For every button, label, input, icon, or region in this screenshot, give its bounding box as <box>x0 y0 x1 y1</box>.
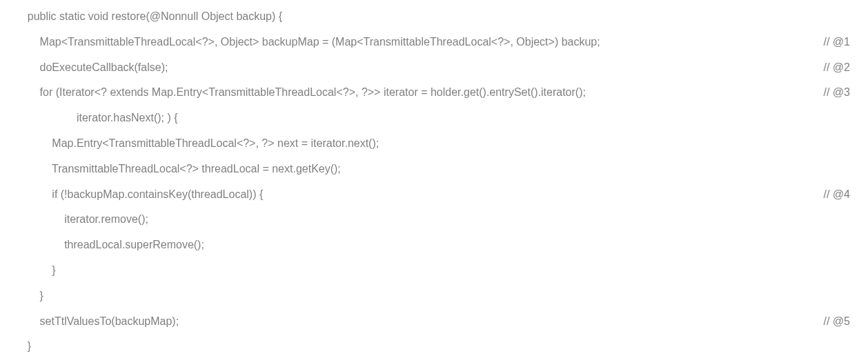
code-text: for (Iterator<? extends Map.Entry<Transm… <box>15 80 586 106</box>
code-text: TransmittableThreadLocal<?> threadLocal … <box>15 157 341 182</box>
code-line: if (!backupMap.containsKey(threadLocal))… <box>15 182 853 208</box>
code-text: Map.Entry<TransmittableThreadLocal<?>, ?… <box>15 131 379 157</box>
code-line: Map<TransmittableThreadLocal<?>, Object>… <box>15 30 853 55</box>
code-comment: // @3 <box>824 80 853 106</box>
code-line: setTtlValuesTo(backupMap);// @5 <box>15 309 853 335</box>
code-line: } <box>15 284 853 309</box>
code-text: threadLocal.superRemove(); <box>15 233 204 258</box>
code-line: iterator.remove(); <box>15 207 853 233</box>
code-line: public static void restore(@Nonnull Obje… <box>15 4 853 30</box>
code-line: doExecuteCallback(false);// @2 <box>15 55 853 81</box>
code-line: threadLocal.superRemove(); <box>15 233 853 258</box>
code-text: } <box>15 258 56 284</box>
code-text: setTtlValuesTo(backupMap); <box>15 309 179 335</box>
code-comment: // @1 <box>824 30 853 55</box>
code-line: } <box>15 258 853 284</box>
code-comment: // @5 <box>824 309 853 335</box>
code-comment: // @4 <box>824 182 853 208</box>
code-line: Map.Entry<TransmittableThreadLocal<?>, ?… <box>15 131 853 157</box>
code-text: } <box>15 284 43 309</box>
code-line: for (Iterator<? extends Map.Entry<Transm… <box>15 80 853 106</box>
code-block: public static void restore(@Nonnull Obje… <box>15 4 853 356</box>
code-comment: // @2 <box>824 55 853 81</box>
code-text: public static void restore(@Nonnull Obje… <box>15 4 282 30</box>
code-text: } <box>15 334 31 356</box>
code-text: iterator.hasNext(); ) { <box>15 106 178 131</box>
code-text: doExecuteCallback(false); <box>15 55 168 81</box>
code-text: Map<TransmittableThreadLocal<?>, Object>… <box>15 30 600 55</box>
code-line: TransmittableThreadLocal<?> threadLocal … <box>15 157 853 182</box>
code-text: if (!backupMap.containsKey(threadLocal))… <box>15 182 263 208</box>
code-text: iterator.remove(); <box>15 207 148 233</box>
code-line: } <box>15 334 853 356</box>
code-line: iterator.hasNext(); ) { <box>15 106 853 131</box>
